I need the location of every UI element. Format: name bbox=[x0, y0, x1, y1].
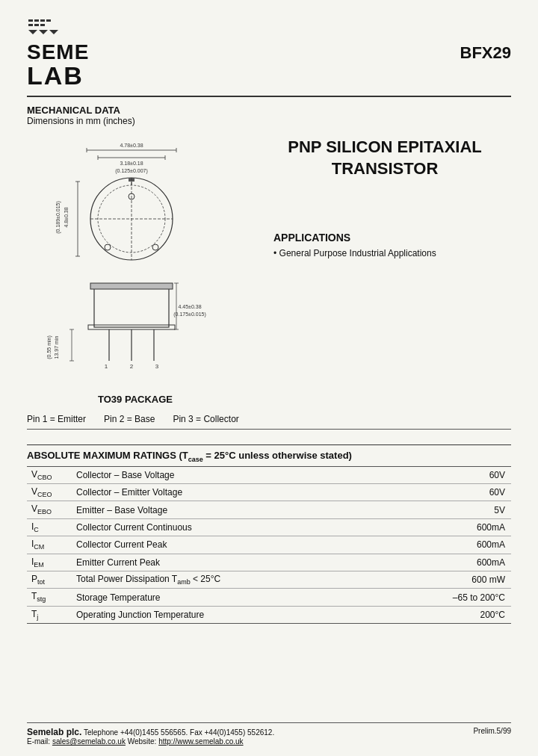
svg-rect-5 bbox=[34, 24, 39, 26]
description-cell: Operating Junction Temperature bbox=[72, 606, 371, 623]
svg-text:4.45±0.38: 4.45±0.38 bbox=[178, 304, 201, 309]
footer-company: Semelab plc. bbox=[27, 727, 81, 737]
table-row: Ptot Total Power Dissipation Tamb < 25°C… bbox=[27, 571, 511, 588]
value-cell: 600mA bbox=[371, 536, 511, 554]
symbol-cell: Ptot bbox=[27, 571, 72, 588]
description-cell: Collector Current Peak bbox=[72, 536, 371, 554]
applications-list: General Purpose Industrial Applications bbox=[273, 248, 511, 258]
svg-text:2: 2 bbox=[130, 363, 134, 370]
transistor-title: PNP SILICON EPITAXIAL TRANSISTOR bbox=[288, 137, 482, 179]
description-cell: Collector – Base Voltage bbox=[72, 466, 371, 483]
left-column: 4.78±0.38 3.18±0.18 (0.125±0.007) 4.8±0.… bbox=[27, 129, 244, 405]
symbol-cell: Tj bbox=[27, 606, 72, 623]
symbol-cell: VEBO bbox=[27, 501, 72, 518]
table-row: VEBO Emitter – Base Voltage 5V bbox=[27, 501, 511, 518]
footer-contact: Telephone +44(0)1455 556565. Fax +44(0)1… bbox=[84, 728, 274, 737]
description-cell: Collector Current Continuous bbox=[72, 518, 371, 536]
logo-text-seme: SEME bbox=[27, 42, 89, 63]
symbol-cell: VCEO bbox=[27, 483, 72, 501]
table-row: VCBO Collector – Base Voltage 60V bbox=[27, 466, 511, 483]
svg-rect-33 bbox=[94, 286, 169, 327]
svg-rect-2 bbox=[40, 19, 45, 22]
svg-text:13.97 min: 13.97 min bbox=[54, 336, 59, 359]
svg-text:4.8±0.38: 4.8±0.38 bbox=[64, 207, 69, 227]
logo-icon bbox=[27, 18, 89, 40]
page: SEME LAB BFX29 MECHANICAL DATA Dimension… bbox=[0, 0, 538, 756]
applications-title: APPLICATIONS bbox=[273, 232, 511, 244]
svg-text:(0.55 min): (0.55 min) bbox=[46, 335, 52, 359]
svg-marker-8 bbox=[39, 30, 48, 34]
svg-text:1: 1 bbox=[105, 363, 108, 370]
description-cell: Storage Temperature bbox=[72, 589, 371, 606]
symbol-cell: IEM bbox=[27, 554, 72, 571]
ratings-section: ABSOLUTE MAXIMUM RATINGS (Tcase = 25°C u… bbox=[27, 444, 511, 624]
table-row: IEM Emitter Current Peak 600mA bbox=[27, 554, 511, 571]
ratings-title: ABSOLUTE MAXIMUM RATINGS bbox=[27, 450, 176, 461]
description-cell: Emitter – Base Voltage bbox=[72, 501, 371, 518]
footer-website-label: Website: bbox=[128, 737, 159, 746]
value-cell: 60V bbox=[371, 466, 511, 483]
applications-section: APPLICATIONS General Purpose Industrial … bbox=[259, 232, 511, 258]
application-item: General Purpose Industrial Applications bbox=[273, 248, 511, 258]
svg-point-30 bbox=[105, 244, 111, 250]
diagram-svg: 4.78±0.38 3.18±0.18 (0.125±0.007) 4.8±0.… bbox=[27, 137, 236, 376]
svg-rect-6 bbox=[40, 24, 45, 26]
footer-website: http://www.semelab.co.uk bbox=[158, 737, 243, 746]
value-cell: 600mA bbox=[371, 554, 511, 571]
part-number: BFX29 bbox=[460, 43, 511, 63]
footer-right: Prelim.5/99 bbox=[473, 727, 511, 735]
svg-text:3: 3 bbox=[155, 363, 159, 370]
table-row: ICM Collector Current Peak 600mA bbox=[27, 536, 511, 554]
logo-svg bbox=[27, 18, 72, 40]
svg-marker-7 bbox=[28, 30, 37, 34]
footer-email-label: E-mail: bbox=[27, 737, 52, 746]
package-diagram: 4.78±0.38 3.18±0.18 (0.125±0.007) 4.8±0.… bbox=[27, 137, 236, 391]
svg-rect-1 bbox=[34, 19, 39, 22]
ratings-table: VCBO Collector – Base Voltage 60V VCEO C… bbox=[27, 466, 511, 625]
svg-text:(0.125±0.007): (0.125±0.007) bbox=[115, 168, 148, 174]
svg-rect-3 bbox=[46, 19, 51, 22]
ratings-condition: (Tcase = 25°C unless otherwise stated) bbox=[179, 450, 352, 461]
svg-marker-9 bbox=[49, 30, 58, 34]
logo-area: SEME LAB bbox=[27, 18, 89, 88]
package-label: TO39 PACKAGE bbox=[27, 394, 244, 405]
description-cell: Total Power Dissipation Tamb < 25°C bbox=[72, 571, 371, 588]
pin-info: Pin 1 = Emitter Pin 2 = Base Pin 3 = Col… bbox=[27, 414, 511, 424]
divider bbox=[27, 429, 511, 430]
right-column: PNP SILICON EPITAXIAL TRANSISTOR APPLICA… bbox=[259, 129, 511, 405]
mechanical-title: MECHANICAL DATA bbox=[27, 105, 511, 116]
main-content: 4.78±0.38 3.18±0.18 (0.125±0.007) 4.8±0.… bbox=[27, 129, 511, 405]
svg-text:3.18±0.18: 3.18±0.18 bbox=[120, 161, 143, 166]
table-row: Tj Operating Junction Temperature 200°C bbox=[27, 606, 511, 623]
logo-text-lab: LAB bbox=[27, 63, 89, 88]
svg-text:4.78±0.38: 4.78±0.38 bbox=[120, 143, 143, 148]
value-cell: 600mA bbox=[371, 518, 511, 536]
table-row: IC Collector Current Continuous 600mA bbox=[27, 518, 511, 536]
value-cell: –65 to 200°C bbox=[371, 589, 511, 606]
ratings-header: ABSOLUTE MAXIMUM RATINGS (Tcase = 25°C u… bbox=[27, 445, 511, 466]
header: SEME LAB BFX29 bbox=[27, 18, 511, 97]
svg-point-31 bbox=[152, 244, 158, 250]
description-cell: Collector – Emitter Voltage bbox=[72, 483, 371, 501]
table-row: VCEO Collector – Emitter Voltage 60V bbox=[27, 483, 511, 501]
symbol-cell: VCBO bbox=[27, 466, 72, 483]
svg-rect-34 bbox=[90, 283, 173, 289]
svg-text:(0.189±0.015): (0.189±0.015) bbox=[55, 201, 61, 234]
svg-rect-0 bbox=[28, 19, 33, 22]
symbol-cell: IC bbox=[27, 518, 72, 536]
mechanical-subtitle: Dimensions in mm (inches) bbox=[27, 116, 511, 126]
description-cell: Emitter Current Peak bbox=[72, 554, 371, 571]
table-row: Tstg Storage Temperature –65 to 200°C bbox=[27, 589, 511, 606]
value-cell: 60V bbox=[371, 483, 511, 501]
svg-text:(0.175±0.015): (0.175±0.015) bbox=[173, 312, 206, 317]
value-cell: 200°C bbox=[371, 606, 511, 623]
footer-left: Semelab plc. Telephone +44(0)1455 556565… bbox=[27, 727, 274, 746]
footer: Semelab plc. Telephone +44(0)1455 556565… bbox=[27, 722, 511, 746]
footer-prelim: Prelim.5/99 bbox=[473, 727, 511, 735]
footer-email: sales@semelab.co.uk bbox=[52, 737, 126, 746]
symbol-cell: ICM bbox=[27, 536, 72, 554]
value-cell: 5V bbox=[371, 501, 511, 518]
value-cell: 600 mW bbox=[371, 571, 511, 588]
symbol-cell: Tstg bbox=[27, 589, 72, 606]
svg-rect-4 bbox=[28, 24, 33, 26]
